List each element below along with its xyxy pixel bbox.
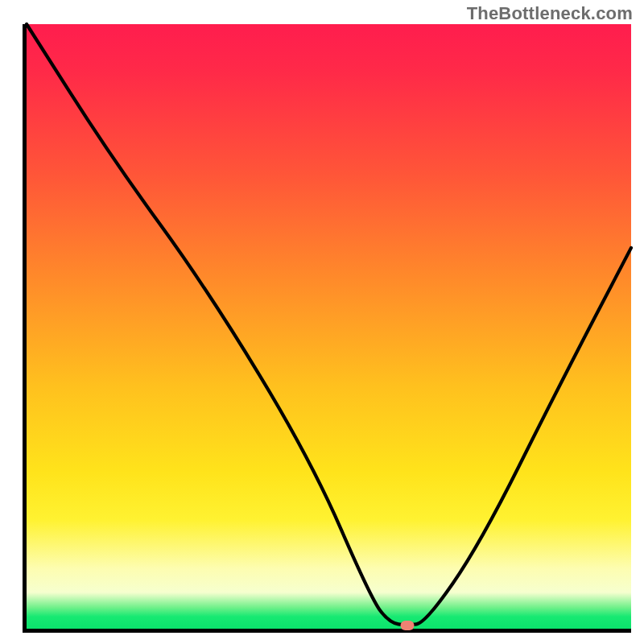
chart-stage: TheBottleneck.com: [0, 0, 644, 644]
optimal-point-marker: [401, 621, 415, 630]
bottleneck-curve: [27, 24, 631, 629]
watermark-text: TheBottleneck.com: [467, 3, 633, 24]
